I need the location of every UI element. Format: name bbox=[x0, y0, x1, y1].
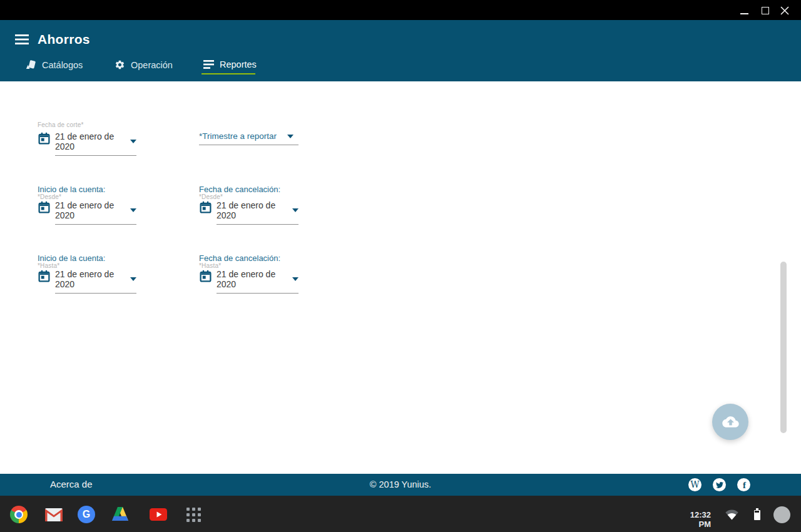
youtube-app-icon[interactable] bbox=[150, 508, 167, 521]
catalog-icon bbox=[25, 59, 36, 71]
date-picker-cancelacion-hasta[interactable]: 21 de enero de 2020 bbox=[199, 269, 298, 294]
close-button[interactable] bbox=[780, 6, 789, 15]
dropdown-caret-icon bbox=[130, 277, 136, 281]
date-picker-cancelacion-desde[interactable]: 21 de enero de 2020 bbox=[199, 200, 298, 225]
date-picker-inicio-hasta[interactable]: 21 de enero de 2020 bbox=[38, 269, 136, 294]
date-value: 21 de enero de 2020 bbox=[217, 269, 287, 289]
wordpress-link[interactable]: W bbox=[688, 478, 702, 491]
google-app-icon[interactable]: G bbox=[78, 506, 95, 523]
calendar-icon bbox=[38, 132, 51, 145]
tab-label: Operación bbox=[131, 60, 173, 70]
gmail-app-icon[interactable] bbox=[45, 508, 63, 521]
wordpress-icon: W bbox=[690, 480, 699, 489]
report-lines-icon bbox=[203, 60, 214, 69]
select-value: *Trimestre a reportar bbox=[199, 131, 277, 141]
dropdown-caret-icon bbox=[292, 208, 298, 212]
minimize-button[interactable] bbox=[740, 13, 748, 14]
date-value: 21 de enero de 2020 bbox=[217, 200, 287, 220]
field-label-fecha-corte: Fecha de corte* bbox=[38, 121, 84, 128]
field-label-fecha-cancelacion: Fecha de cancelación: bbox=[199, 185, 280, 194]
clock: 12:32 PM bbox=[676, 510, 711, 529]
field-label-inicio-cuenta: Inicio de la cuenta: bbox=[38, 185, 105, 194]
dropdown-caret-icon bbox=[130, 208, 136, 212]
menu-icon[interactable] bbox=[15, 34, 29, 44]
battery-icon bbox=[753, 508, 760, 520]
maximize-button[interactable] bbox=[762, 7, 769, 14]
tab-reportes[interactable]: Reportes bbox=[203, 59, 257, 69]
field-sublabel-hasta: *Hasta* bbox=[38, 262, 59, 269]
chrome-app-icon[interactable] bbox=[10, 506, 28, 523]
select-trimestre[interactable]: *Trimestre a reportar bbox=[199, 131, 298, 145]
facebook-icon: f bbox=[743, 481, 746, 490]
dropdown-caret-icon bbox=[287, 135, 293, 138]
upload-fab-button[interactable] bbox=[712, 404, 748, 440]
active-tab-indicator bbox=[202, 73, 255, 74]
dropdown-caret-icon bbox=[130, 140, 136, 143]
calendar-icon bbox=[38, 201, 51, 214]
account-avatar[interactable] bbox=[773, 506, 790, 523]
field-sublabel-desde: *Desde* bbox=[199, 193, 223, 200]
wifi-icon bbox=[725, 509, 738, 520]
calendar-icon bbox=[38, 270, 51, 283]
date-picker-inicio-desde[interactable]: 21 de enero de 2020 bbox=[38, 200, 136, 225]
gear-icon bbox=[115, 59, 125, 70]
date-value: 21 de enero de 2020 bbox=[55, 269, 125, 289]
copyright-text: © 2019 Yunius. bbox=[0, 479, 801, 489]
date-value: 21 de enero de 2020 bbox=[55, 131, 125, 151]
page-title: Ahorros bbox=[38, 32, 90, 47]
twitter-icon bbox=[716, 481, 723, 489]
tab-label: Reportes bbox=[220, 59, 257, 69]
calendar-icon bbox=[199, 270, 212, 283]
cloud-upload-icon bbox=[722, 415, 739, 429]
field-sublabel-hasta: *Hasta* bbox=[199, 262, 221, 269]
window-title-bar bbox=[0, 0, 801, 20]
app-header bbox=[0, 20, 801, 81]
tab-catalogos[interactable]: Catálogos bbox=[25, 59, 83, 71]
tab-operacion[interactable]: Operación bbox=[115, 59, 173, 70]
field-sublabel-desde: *Desde* bbox=[38, 193, 61, 200]
field-label-fecha-cancelacion: Fecha de cancelación: bbox=[199, 253, 280, 263]
dropdown-caret-icon bbox=[292, 277, 298, 281]
date-value: 21 de enero de 2020 bbox=[55, 200, 125, 220]
app-launcher-icon[interactable] bbox=[186, 508, 201, 522]
drive-app-icon[interactable] bbox=[112, 507, 128, 521]
date-picker-fecha-corte[interactable]: 21 de enero de 2020 bbox=[38, 131, 136, 156]
field-label-inicio-cuenta: Inicio de la cuenta: bbox=[38, 253, 105, 263]
scrollbar[interactable] bbox=[780, 262, 787, 433]
calendar-icon bbox=[199, 201, 212, 214]
tab-label: Catálogos bbox=[42, 60, 83, 70]
twitter-link[interactable] bbox=[713, 478, 726, 491]
facebook-link[interactable]: f bbox=[737, 478, 750, 491]
